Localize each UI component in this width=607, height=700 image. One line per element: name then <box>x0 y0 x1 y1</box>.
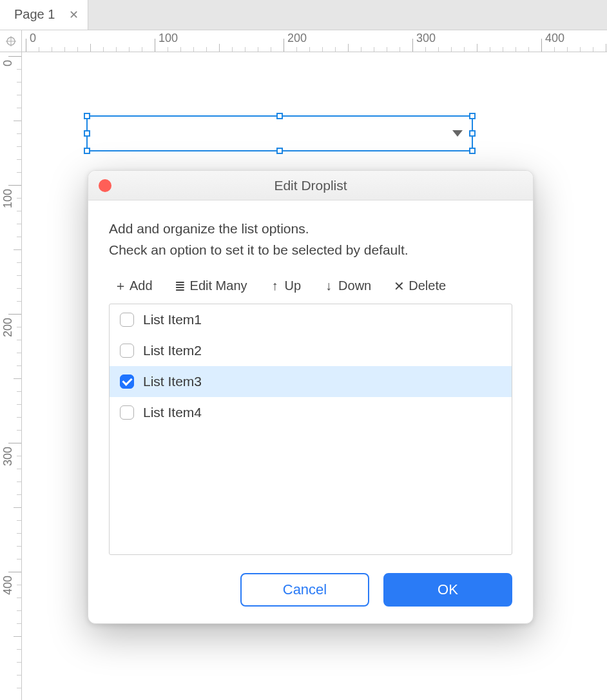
ruler-vertical[interactable]: 0100200300400 <box>0 52 22 700</box>
list-item[interactable]: List Item1 <box>110 304 512 335</box>
resize-handle-top-right[interactable] <box>469 113 476 119</box>
ruler-left-number: 300 <box>1 447 15 466</box>
edit-droplist-dialog: Edit Droplist Add and organize the list … <box>88 170 534 624</box>
list-item-checkbox[interactable] <box>120 374 134 389</box>
ruler-top-number: 200 <box>287 32 307 45</box>
cancel-label: Cancel <box>283 581 327 598</box>
list-item[interactable]: List Item3 <box>110 366 512 397</box>
ruler-horizontal[interactable]: 0100200300400 <box>22 30 607 52</box>
add-button[interactable]: ＋ Add <box>114 277 153 295</box>
ruler-top-number: 400 <box>545 32 564 45</box>
ruler-top-number: 300 <box>416 32 436 45</box>
arrow-up-icon: ↑ <box>269 278 281 293</box>
resize-handle-middle-right[interactable] <box>469 130 476 137</box>
dialog-title: Edit Droplist <box>88 178 533 193</box>
edit-many-label: Edit Many <box>190 278 247 293</box>
list-item-label: List Item2 <box>143 343 202 358</box>
window-close-button[interactable] <box>99 179 111 192</box>
list-item-checkbox[interactable] <box>120 313 134 327</box>
ruler-left-number: 0 <box>1 60 15 66</box>
ruler-left-number: 200 <box>1 318 15 337</box>
dialog-titlebar[interactable]: Edit Droplist <box>88 171 533 200</box>
up-label: Up <box>285 278 302 293</box>
ruler-origin[interactable] <box>0 30 22 52</box>
plus-icon: ＋ <box>114 277 126 295</box>
tab-strip: Page 1 ✕ <box>0 0 607 30</box>
list-icon: ≣ <box>175 278 186 294</box>
ruler-left-number: 400 <box>1 576 15 595</box>
up-button[interactable]: ↑ Up <box>269 278 302 293</box>
list-item[interactable]: List Item4 <box>110 397 512 428</box>
dialog-body: Add and organize the list options. Check… <box>88 200 533 623</box>
arrow-down-icon: ↓ <box>323 278 334 293</box>
ruler-top-number: 0 <box>30 32 36 45</box>
list-item-label: List Item4 <box>143 405 202 420</box>
instructions-line-2: Check an option to set it to be selected… <box>109 240 512 261</box>
resize-handle-top-center[interactable] <box>276 113 283 119</box>
dialog-instructions: Add and organize the list options. Check… <box>109 219 512 260</box>
instructions-line-1: Add and organize the list options. <box>109 219 512 240</box>
ok-button[interactable]: OK <box>383 573 512 607</box>
cancel-button[interactable]: Cancel <box>240 573 369 607</box>
edit-many-button[interactable]: ≣ Edit Many <box>175 278 247 294</box>
options-listbox[interactable]: List Item1List Item2List Item3List Item4 <box>109 304 512 555</box>
delete-button[interactable]: ✕ Delete <box>393 278 446 294</box>
close-icon[interactable]: ✕ <box>69 8 79 22</box>
list-item-checkbox[interactable] <box>120 344 134 358</box>
resize-handle-middle-left[interactable] <box>84 130 90 137</box>
resize-handle-bottom-left[interactable] <box>84 148 90 154</box>
dialog-toolbar: ＋ Add ≣ Edit Many ↑ Up ↓ Down ✕ Delete <box>109 277 512 295</box>
ok-label: OK <box>438 581 458 598</box>
add-label: Add <box>130 278 153 293</box>
droplist-widget[interactable] <box>86 115 473 151</box>
page-tab-label: Page 1 <box>14 7 55 22</box>
dialog-buttons: Cancel OK <box>109 573 512 607</box>
ruler-left-number: 100 <box>1 189 15 208</box>
page-tab[interactable]: Page 1 ✕ <box>0 0 88 30</box>
list-item-label: List Item1 <box>143 312 202 327</box>
x-icon: ✕ <box>393 278 405 294</box>
list-item-label: List Item3 <box>143 374 202 389</box>
down-button[interactable]: ↓ Down <box>323 278 371 293</box>
resize-handle-bottom-right[interactable] <box>469 148 476 154</box>
list-item[interactable]: List Item2 <box>110 335 512 366</box>
list-item-checkbox[interactable] <box>120 405 134 420</box>
down-label: Down <box>338 278 371 293</box>
resize-handle-bottom-center[interactable] <box>276 148 283 154</box>
ruler-top-number: 100 <box>159 32 178 45</box>
resize-handle-top-left[interactable] <box>84 113 90 119</box>
delete-label: Delete <box>409 278 446 293</box>
chevron-down-icon <box>452 130 463 137</box>
